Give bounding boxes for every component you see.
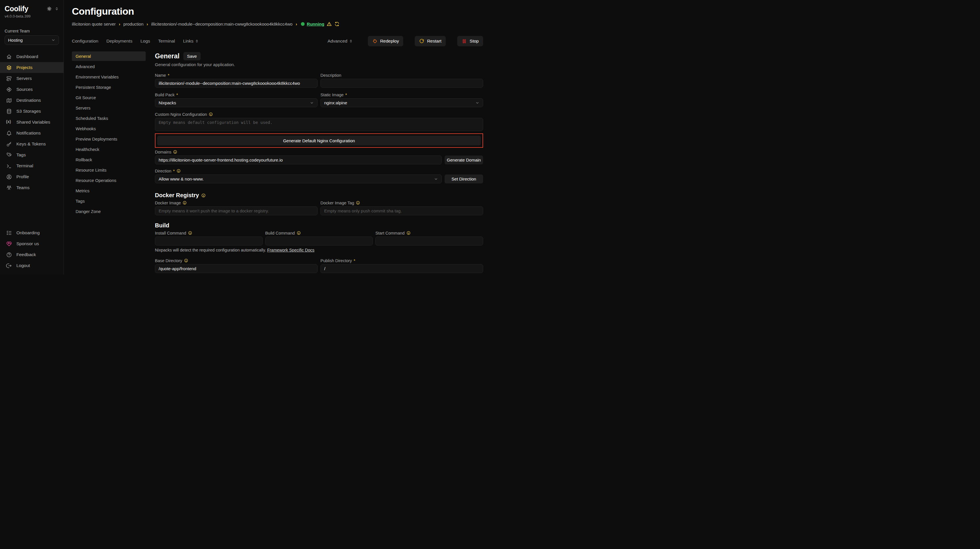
team-select[interactable]: Hosting [5,35,59,45]
sidebar-item-onboarding[interactable]: Onboarding [0,228,64,238]
build-pack-value: Nixpacks [159,100,176,105]
tab-logs[interactable]: Logs [140,38,150,44]
tab-configuration[interactable]: Configuration [72,38,98,44]
custom-nginx-textarea[interactable] [155,118,483,131]
sidebar-item-label: Notifications [16,130,41,136]
generate-domain-button[interactable]: Generate Domain [445,156,483,164]
save-button[interactable]: Save [183,52,200,60]
sidebar-item-projects[interactable]: Projects [0,62,64,73]
tab-deployments[interactable]: Deployments [107,38,132,44]
subnav-item-general[interactable]: General [72,51,146,61]
sidebar-item-tags[interactable]: Tags [0,150,64,161]
sidebar-item-keys-tokens[interactable]: Keys & Tokens [0,138,64,150]
set-direction-button[interactable]: Set Direction [445,175,483,183]
base-directory-input[interactable] [155,264,318,273]
info-icon[interactable] [184,258,188,263]
breadcrumb-project[interactable]: illicitonion quote server [72,22,116,27]
nixpacks-note: Nixpacks will detect the required config… [155,248,483,252]
subnav-item-webhooks[interactable]: Webhooks [72,124,146,134]
start-command-input[interactable] [375,237,483,245]
name-input[interactable] [155,79,318,88]
info-icon[interactable] [201,193,206,198]
subnav-item-servers[interactable]: Servers [72,103,146,113]
home-icon [6,54,12,60]
domains-input[interactable] [155,156,442,164]
tab-links[interactable]: Links [183,38,199,44]
map-icon [6,97,12,103]
restart-icon [419,38,425,44]
restart-button[interactable]: Restart [415,36,446,46]
warning-triangle-icon[interactable] [326,21,332,27]
sidebar-item-destinations[interactable]: Destinations [0,95,64,106]
breadcrumb-environment[interactable]: production [123,22,143,27]
name-label: Name* [155,73,318,78]
build-pack-select[interactable]: Nixpacks [155,98,318,107]
subnav-item-resource-operations[interactable]: Resource Operations [72,176,146,185]
sidebar-item-logout[interactable]: Logout [0,260,64,271]
generate-default-nginx-button[interactable]: Generate Default Nginx Configuration [157,136,481,145]
theme-sun-icon[interactable] [46,6,52,11]
subnav-item-persistent-storage[interactable]: Persistent Storage [72,83,146,92]
sidebar-item-feedback[interactable]: Feedback [0,249,64,260]
info-icon[interactable] [406,231,411,235]
sidebar-item-label: Terminal [16,163,33,169]
sidebar-item-sources[interactable]: Sources [0,84,64,95]
subnav-item-advanced[interactable]: Advanced [72,62,146,71]
sidebar-item-terminal[interactable]: Terminal [0,161,64,171]
sidebar-item-label: Projects [16,65,32,70]
subnav-item-healthcheck[interactable]: Healthcheck [72,145,146,154]
build-command-input[interactable] [265,237,373,245]
info-icon[interactable] [356,201,360,205]
description-input[interactable] [320,79,483,88]
running-dot [301,22,305,26]
config-subnav: General Advanced Environment Variables P… [72,51,146,275]
direction-select[interactable]: Allow www & non-www. [155,175,442,183]
heart-handshake-icon [6,241,12,247]
sidebar-item-label: Feedback [16,252,36,257]
info-icon[interactable] [177,169,181,173]
sidebar-item-servers[interactable]: Servers [0,73,64,84]
build-heading: Build [155,222,483,229]
subnav-item-metrics[interactable]: Metrics [72,186,146,196]
sidebar-item-profile[interactable]: Profile [0,171,64,182]
docker-image-tag-input[interactable] [320,206,483,215]
sidebar-item-notifications[interactable]: Notifications [0,127,64,138]
redeploy-button[interactable]: Redeploy [368,36,404,46]
info-icon[interactable] [183,201,187,205]
stop-button[interactable]: Stop [457,36,483,46]
docker-image-input[interactable] [155,206,318,215]
sidebar-item-label: Teams [16,185,30,190]
running-status-link[interactable]: Running [307,22,325,27]
publish-directory-input[interactable] [320,264,483,273]
install-command-input[interactable] [155,237,262,245]
static-image-select[interactable]: nginx:alpine [320,98,483,107]
subnav-item-rollback[interactable]: Rollback [72,155,146,164]
subnav-item-preview-deployments[interactable]: Preview Deployments [72,134,146,144]
breadcrumb: illicitonion quote server › production ›… [72,21,483,27]
info-icon[interactable] [297,231,301,235]
subnav-item-git-source[interactable]: Git Source [72,93,146,102]
info-icon[interactable] [208,112,213,116]
info-icon[interactable] [188,231,192,235]
subnav-item-scheduled-tasks[interactable]: Scheduled Tasks [72,113,146,123]
refresh-icon[interactable] [334,21,340,27]
app-version: v4.0.0-beta.399 [0,13,64,18]
sidebar-item-label: Onboarding [16,230,40,236]
info-icon[interactable] [173,150,177,154]
subnav-item-danger-zone[interactable]: Danger Zone [72,207,146,216]
sidebar-item-shared-variables[interactable]: (x) Shared Variables [0,117,64,127]
general-form: General Save General configuration for y… [155,51,483,275]
sidebar-item-s3-storages[interactable]: S3 Storages [0,106,64,117]
sidebar-item-dashboard[interactable]: Dashboard [0,51,64,62]
sidebar-item-sponsor-us[interactable]: Sponsor us [0,238,64,249]
theme-selector-icon[interactable] [55,6,59,11]
subnav-item-resource-limits[interactable]: Resource Limits [72,165,146,175]
subnav-item-tags[interactable]: Tags [72,196,146,206]
framework-docs-link[interactable]: Framework Specific Docs [267,248,314,252]
advanced-toggle[interactable]: Advanced [328,38,353,44]
sidebar-item-teams[interactable]: Teams [0,182,64,193]
tab-terminal[interactable]: Terminal [158,38,175,44]
layers-icon [6,65,12,71]
subnav-item-environment-variables[interactable]: Environment Variables [72,72,146,82]
breadcrumb-resource[interactable]: illicitestonion/-module--decomposition:m… [151,22,293,27]
